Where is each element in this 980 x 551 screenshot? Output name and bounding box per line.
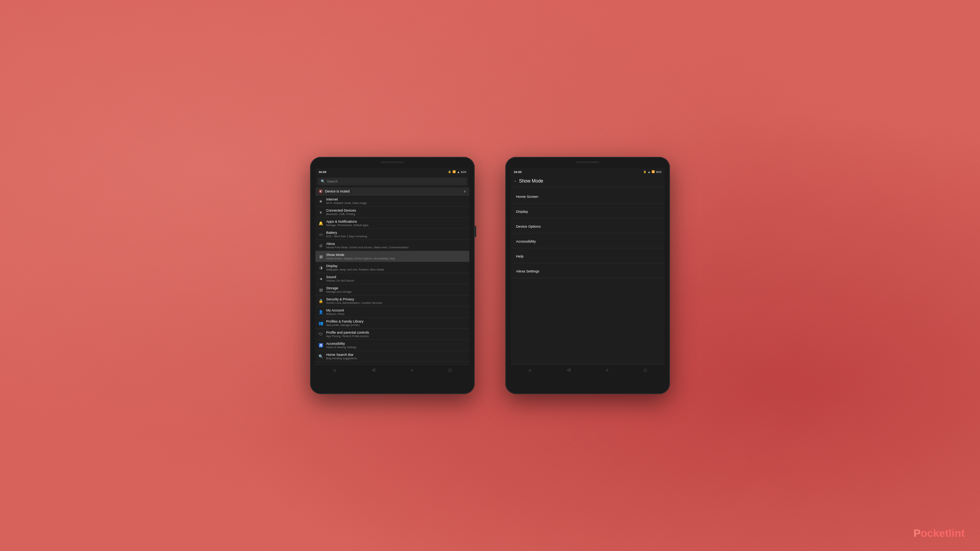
display-label: Display — [516, 209, 528, 214]
right-circle-button[interactable]: ○ — [606, 368, 608, 372]
settings-item-search-bar[interactable]: 🔍 Home Search Bar Bing trending suggesti… — [315, 351, 469, 362]
settings-item-accessibility[interactable]: ♿ Accessibility Vision & Hearing Setting… — [315, 340, 469, 351]
settings-item-profiles[interactable]: 👥 Profiles & Family Library Add profile,… — [315, 318, 469, 329]
home-screen-label: Home Screen — [516, 194, 538, 199]
settings-item-storage-content: Storage Manage your storage — [326, 286, 466, 293]
security-icon: 🔒 — [318, 299, 323, 303]
show-mode-device-options[interactable]: Device Options — [511, 218, 665, 233]
left-tablet: 16:20 🔒 📶 ▲ 81% 🔍 Search 🔇 Device is m — [310, 157, 475, 394]
search-icon: 🔍 — [321, 179, 325, 183]
settings-item-show-mode[interactable]: ▦ Show Mode Home Screen, Display, Device… — [315, 251, 469, 262]
left-back-button[interactable]: ◁ — [372, 367, 375, 372]
settings-item-account[interactable]: 👤 My Account Amazon, Prime — [315, 306, 469, 318]
settings-item-alexa-content: Alexa Hands-Free Mode, Screen lock acces… — [326, 242, 466, 249]
settings-item-profiles-content: Profiles & Family Library Add profile, M… — [326, 320, 466, 326]
show-mode-icon: ▦ — [318, 254, 323, 259]
left-nav-bar: ⌂ ◁ ○ □ — [315, 364, 469, 375]
left-circle-button[interactable]: ○ — [410, 368, 413, 372]
storage-title: Storage — [326, 286, 466, 290]
wifi-icon: ◈ — [318, 199, 323, 203]
battery-title: Battery — [326, 231, 466, 235]
accessibility-subtitle: Vision & Hearing Settings — [326, 346, 466, 349]
search-placeholder: Search — [327, 179, 338, 183]
search-bar[interactable]: 🔍 Search — [318, 178, 467, 185]
alexa-title: Alexa — [326, 242, 466, 246]
accessibility-label: Accessibility — [516, 239, 536, 243]
left-tablet-screen: 16:20 🔒 📶 ▲ 81% 🔍 Search 🔇 Device is m — [315, 168, 469, 375]
left-square-button[interactable]: □ — [449, 368, 452, 372]
parental-icon: 🛡 — [318, 332, 323, 336]
right-status-bar: 16:20 🔒 ▲ 📶 81% — [511, 168, 665, 175]
battery-subtitle: 81% - More than 2 days remaining — [326, 235, 466, 238]
settings-item-security[interactable]: 🔒 Security & Privacy Screen Lock, Admini… — [315, 295, 469, 306]
profiles-subtitle: Add profile, Manage profiles — [326, 324, 466, 326]
account-title: My Account — [326, 308, 466, 312]
security-subtitle: Screen Lock, Administrators, Location Se… — [326, 302, 466, 304]
mute-text: Device is muted — [325, 189, 350, 193]
parental-title: Profile and parental controls — [326, 331, 466, 334]
security-title: Security & Privacy — [326, 297, 466, 301]
mute-icon: 🔇 — [318, 189, 323, 193]
display-title: Display — [326, 264, 466, 268]
show-mode-accessibility[interactable]: Accessibility — [511, 233, 665, 248]
right-battery-icon: 81% — [656, 171, 662, 173]
bell-icon: 🔔 — [318, 221, 323, 225]
pocketlint-badge: Pocketlint — [913, 527, 965, 540]
internet-title: Internet — [326, 197, 466, 201]
internet-subtitle: Wi-Fi, Airplane mode, Data Usage — [326, 202, 466, 204]
right-status-icons: 🔒 ▲ 📶 81% — [643, 170, 662, 173]
show-mode-alexa-settings[interactable]: Alexa Settings — [511, 263, 665, 278]
settings-item-connected-devices[interactable]: ʙ Connected Devices Bluetooth, USB, Prin… — [315, 207, 469, 218]
show-mode-help[interactable]: Help — [511, 248, 665, 263]
left-status-icons: 🔒 📶 ▲ 81% — [448, 170, 466, 173]
mute-chevron-icon: ∨ — [464, 189, 466, 193]
accessibility-icon: ♿ — [318, 343, 323, 347]
parental-subtitle: App Pinning, Restrict Profile Access — [326, 335, 466, 337]
help-label: Help — [516, 254, 524, 258]
settings-item-connected-content: Connected Devices Bluetooth, USB, Printi… — [326, 209, 466, 215]
show-mode-title: Show Mode — [326, 253, 466, 257]
connected-title: Connected Devices — [326, 209, 466, 212]
right-tablet-screen: 16:20 🔒 ▲ 📶 81% ‹ Show Mode Home Screen — [511, 168, 665, 375]
battery-icon: ▭ — [318, 232, 323, 236]
home-search-icon: 🔍 — [318, 354, 323, 359]
profiles-title: Profiles & Family Library — [326, 320, 466, 323]
storage-subtitle: Manage your storage — [326, 290, 466, 293]
settings-item-internet[interactable]: ◈ Internet Wi-Fi, Airplane mode, Data Us… — [315, 196, 469, 207]
show-mode-display[interactable]: Display — [511, 204, 665, 218]
settings-item-show-mode-content: Show Mode Home Screen, Display, Device O… — [326, 253, 466, 260]
right-tablet: 16:20 🔒 ▲ 📶 81% ‹ Show Mode Home Screen — [505, 157, 670, 394]
settings-item-alexa[interactable]: ◎ Alexa Hands-Free Mode, Screen lock acc… — [315, 240, 469, 251]
apps-title: Apps & Notifications — [326, 220, 466, 223]
show-mode-home-screen[interactable]: Home Screen — [511, 189, 665, 204]
storage-icon: ▤ — [318, 288, 323, 292]
sound-title: Sound — [326, 275, 466, 279]
sound-icon: ◄ — [318, 277, 323, 281]
mute-banner[interactable]: 🔇 Device is muted ∨ — [315, 187, 469, 196]
settings-list: ◈ Internet Wi-Fi, Airplane mode, Data Us… — [315, 196, 469, 364]
alexa-subtitle: Hands-Free Mode, Screen lock access, Wak… — [326, 246, 466, 249]
settings-item-internet-content: Internet Wi-Fi, Airplane mode, Data Usag… — [326, 197, 466, 204]
back-arrow-icon[interactable]: ‹ — [514, 179, 516, 183]
pocketlint-p: Pocketlint — [913, 527, 965, 539]
right-signal-icon: ▲ — [648, 171, 650, 173]
settings-item-security-content: Security & Privacy Screen Lock, Administ… — [326, 297, 466, 304]
settings-item-account-content: My Account Amazon, Prime — [326, 308, 466, 315]
right-back-button[interactable]: ◁ — [567, 367, 570, 372]
settings-item-sound[interactable]: ◄ Sound Volume, Do Not Disturb — [315, 273, 469, 284]
right-square-button[interactable]: □ — [644, 368, 647, 372]
settings-item-storage[interactable]: ▤ Storage Manage your storage — [315, 284, 469, 295]
settings-item-display[interactable]: ◑ Display Wallpaper, sleep, font size, R… — [315, 262, 469, 273]
home-search-title: Home Search Bar — [326, 353, 466, 357]
settings-item-battery[interactable]: ▭ Battery 81% - More than 2 days remaini… — [315, 229, 469, 240]
settings-item-parental-content: Profile and parental controls App Pinnin… — [326, 331, 466, 337]
device-options-label: Device Options — [516, 224, 541, 228]
right-home-button[interactable]: ⌂ — [529, 368, 531, 372]
left-time: 16:20 — [318, 170, 326, 174]
settings-item-apps[interactable]: 🔔 Apps & Notifications Manage, Permissio… — [315, 218, 469, 229]
right-nav-bar: ⌂ ◁ ○ □ — [511, 364, 665, 375]
settings-item-apps-content: Apps & Notifications Manage, Permissions… — [326, 220, 466, 227]
settings-item-parental[interactable]: 🛡 Profile and parental controls App Pinn… — [315, 329, 469, 340]
left-home-button[interactable]: ⌂ — [333, 368, 336, 372]
connected-subtitle: Bluetooth, USB, Printing — [326, 213, 466, 215]
